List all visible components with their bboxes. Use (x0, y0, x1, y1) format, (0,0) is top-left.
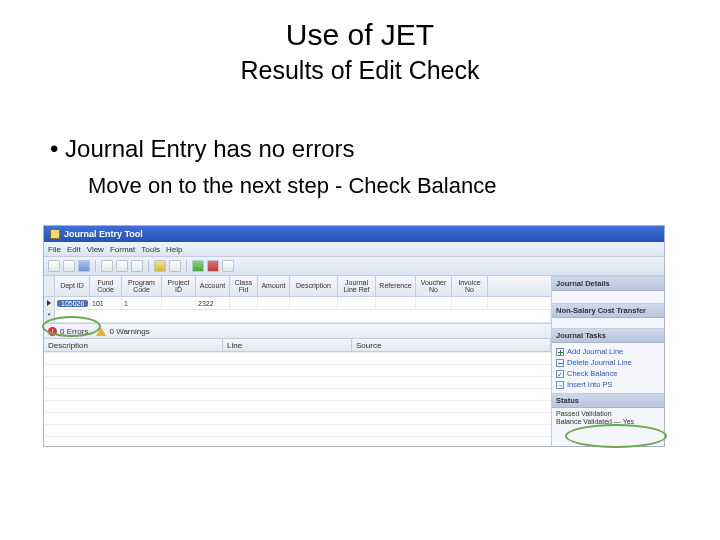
link-check-balance[interactable]: Check Balance (556, 368, 660, 379)
status-line-1: Passed Validation (556, 410, 660, 418)
section-journal-tasks[interactable]: Journal Tasks (552, 328, 664, 343)
toolbar-save-icon[interactable] (78, 260, 90, 272)
toolbar-copy-icon[interactable] (116, 260, 128, 272)
error-icon: ! (48, 327, 57, 336)
col-class-fld[interactable]: Class Fld (230, 276, 258, 296)
grid-row-1[interactable]: 105026 101 1 2322 (44, 297, 551, 310)
app-icon (50, 229, 60, 239)
toolbar-folder-icon[interactable] (154, 260, 166, 272)
minus-icon (556, 359, 564, 367)
toolbar-open-icon[interactable] (63, 260, 75, 272)
warnings-badge[interactable]: 0 Warnings (96, 327, 149, 336)
status-body: Passed Validation Balance Validated — Ye… (552, 408, 664, 447)
window-titlebar: Journal Entry Tool (44, 226, 664, 242)
grid-column-headers: Dept ID Fund Code Program Code Project I… (44, 276, 551, 297)
cell-account[interactable]: 2322 (196, 297, 230, 309)
toolbar-cut-icon[interactable] (101, 260, 113, 272)
row-selector-icon (47, 300, 51, 306)
toolbar-help-icon[interactable] (222, 260, 234, 272)
section-journal-details[interactable]: Journal Details (552, 276, 664, 291)
link-delete-line[interactable]: Delete Journal Line (556, 357, 660, 368)
arrow-icon (556, 381, 564, 389)
menu-bar: File Edit View Format Tools Help (44, 242, 664, 257)
msg-col-source[interactable]: Source (352, 339, 551, 351)
window-title: Journal Entry Tool (64, 229, 143, 239)
cell-dept-id[interactable]: 105026 (57, 300, 88, 307)
link-delete-line-label: Delete Journal Line (567, 358, 632, 367)
cell-description[interactable] (290, 297, 338, 309)
col-invoice-no[interactable]: Invoice No (452, 276, 488, 296)
col-description[interactable]: Description (290, 276, 338, 296)
grid-row-new[interactable]: * (44, 310, 551, 323)
col-journal-line-ref[interactable]: Journal Line Ref (338, 276, 376, 296)
tasks-body: Add Journal Line Delete Journal Line Che… (552, 343, 664, 393)
cell-project-id[interactable] (162, 297, 196, 309)
col-account[interactable]: Account (196, 276, 230, 296)
col-fund-code[interactable]: Fund Code (90, 276, 122, 296)
errors-label: 0 Errors (60, 327, 88, 336)
cell-program-code[interactable]: 1 (122, 297, 162, 309)
link-insert-ps-label: Insert Into PS (567, 380, 612, 389)
toolbar (44, 257, 664, 276)
cell-class-fld[interactable] (230, 297, 258, 309)
screenshot-window: Journal Entry Tool File Edit View Format… (43, 225, 665, 447)
menu-format[interactable]: Format (110, 245, 135, 254)
col-amount[interactable]: Amount (258, 276, 290, 296)
toolbar-check-icon[interactable] (192, 260, 204, 272)
toolbar-delete-icon[interactable] (207, 260, 219, 272)
slide-title-2: Results of Edit Check (0, 56, 720, 85)
toolbar-print-icon[interactable] (169, 260, 181, 272)
bullet-2: Move on to the next step - Check Balance (88, 173, 720, 199)
col-project-id[interactable]: Project ID (162, 276, 196, 296)
menu-view[interactable]: View (87, 245, 104, 254)
menu-file[interactable]: File (48, 245, 61, 254)
toolbar-new-icon[interactable] (48, 260, 60, 272)
link-add-line[interactable]: Add Journal Line (556, 346, 660, 357)
msg-col-description[interactable]: Description (44, 339, 223, 351)
toolbar-paste-icon[interactable] (131, 260, 143, 272)
col-voucher-no[interactable]: Voucher No (416, 276, 452, 296)
slide-title-1: Use of JET (0, 18, 720, 52)
cell-voucher-no[interactable] (416, 297, 452, 309)
warning-icon (96, 327, 106, 336)
cell-amount[interactable] (258, 297, 290, 309)
messages-header: Description Line Source (44, 339, 551, 352)
new-row-icon: * (47, 312, 50, 320)
validation-status-bar: ! 0 Errors 0 Warnings (44, 323, 551, 339)
warnings-label: 0 Warnings (109, 327, 149, 336)
errors-badge[interactable]: ! 0 Errors (48, 327, 88, 336)
link-insert-ps[interactable]: Insert Into PS (556, 379, 660, 390)
col-dept-id[interactable]: Dept ID (55, 276, 90, 296)
cell-invoice-no[interactable] (452, 297, 488, 309)
cell-fund-code[interactable]: 101 (90, 297, 122, 309)
menu-edit[interactable]: Edit (67, 245, 81, 254)
status-line-2: Balance Validated — Yes (556, 418, 660, 426)
section-status[interactable]: Status (552, 393, 664, 408)
menu-tools[interactable]: Tools (141, 245, 160, 254)
left-panel: Dept ID Fund Code Program Code Project I… (44, 276, 552, 447)
menu-help[interactable]: Help (166, 245, 182, 254)
link-add-line-label: Add Journal Line (567, 347, 623, 356)
msg-col-line[interactable]: Line (223, 339, 352, 351)
messages-grid (44, 352, 551, 447)
bullet-1: • Journal Entry has no errors (50, 135, 720, 163)
col-program-code[interactable]: Program Code (122, 276, 162, 296)
plus-icon (556, 348, 564, 356)
col-reference[interactable]: Reference (376, 276, 416, 296)
check-icon (556, 370, 564, 378)
link-check-balance-label: Check Balance (567, 369, 617, 378)
cell-journal-line-ref[interactable] (338, 297, 376, 309)
cell-reference[interactable] (376, 297, 416, 309)
section-nsct[interactable]: Non-Salary Cost Transfer (552, 303, 664, 318)
right-panel: Journal Details Non-Salary Cost Transfer… (552, 276, 664, 447)
